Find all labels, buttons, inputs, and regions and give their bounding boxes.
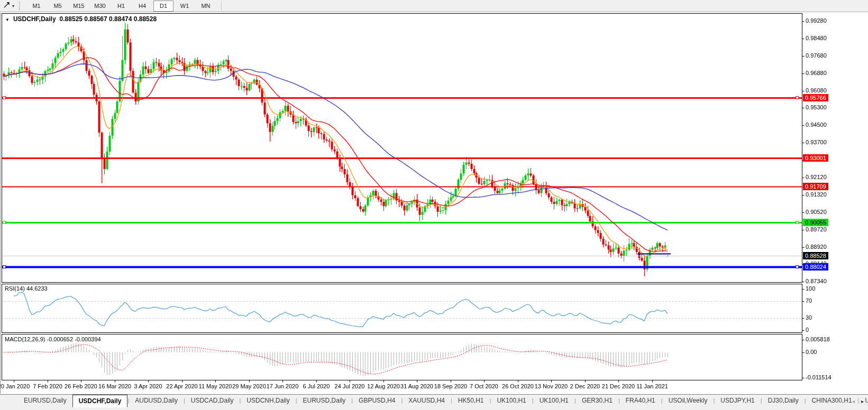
tab-scroll-right-icon[interactable]: ▸ [861,398,864,405]
timeframe-button-D1[interactable]: D1 [153,1,173,12]
tab-audusd-daily[interactable]: AUDUSD,Daily [129,395,184,407]
tab-hk50-h1[interactable]: HK50,H1 [452,395,490,407]
tab-eurusd-daily[interactable]: EURUSD,Daily [297,395,352,407]
timeframe-button-MN[interactable]: MN [196,1,216,12]
timeframe-toolbar: ▾ M1M5M15M30H1H4D1W1MN [0,0,868,12]
timeframe-button-M15[interactable]: M15 [69,1,89,12]
line-draw-tool-icon [3,1,11,11]
tab-scroll-left-icon[interactable]: ◂ [852,398,855,405]
price-chart-canvas[interactable] [0,0,868,410]
timeframe-button-M30[interactable]: M30 [90,1,110,12]
timeframe-button-H1[interactable]: H1 [111,1,131,12]
timeframe-button-W1[interactable]: W1 [175,1,195,12]
timeframe-button-H4[interactable]: H4 [132,1,152,12]
tab-usdjpy-h1[interactable]: USDJPY,H1 [715,395,760,407]
tab-xauusd-h4[interactable]: XAUUSD,H4 [403,395,451,407]
timeframe-button-M1[interactable]: M1 [26,1,47,12]
tab-china300-h1[interactable]: CHINA300,H1 [806,395,858,407]
tab-usoil-weekly[interactable]: USOil,Weekly [663,395,714,407]
tab-eurusd-daily[interactable]: EURUSD,Daily [18,395,72,407]
tab-gbpusd-h4[interactable]: GBPUSD,H4 [353,395,401,407]
tab-fra40-h1[interactable]: FRA40,H1 [620,395,661,407]
tab-usdchf-daily[interactable]: USDCHF,Daily [72,395,128,407]
tab-usdcnh-daily[interactable]: USDCNH,Daily [241,395,295,407]
dropdown-arrow-icon: ▾ [12,4,14,8]
tab-ger30-h1[interactable]: GER30,H1 [576,395,618,407]
line-draw-tool-button[interactable]: ▾ [0,1,17,11]
tab-uk100-h1[interactable]: UK100,H1 [491,395,532,407]
toolbar-separator [221,1,222,11]
tab-uk100-h1[interactable]: UK100,H1 [534,395,574,407]
toolbar-grip-handle[interactable] [19,2,22,10]
timeframe-button-M5[interactable]: M5 [48,1,68,12]
tab-dj30-daily[interactable]: DJ30,Daily [762,395,805,407]
symbol-tab-bar: EURUSD,DailyUSDCHF,Daily|AUDUSD,Daily|US… [0,394,868,410]
trading-terminal-window: ▾ M1M5M15M30H1H4D1W1MN ▼ USDCHF,Daily 0.… [0,0,868,410]
tab-usdcad-daily[interactable]: USDCAD,Daily [185,395,240,407]
